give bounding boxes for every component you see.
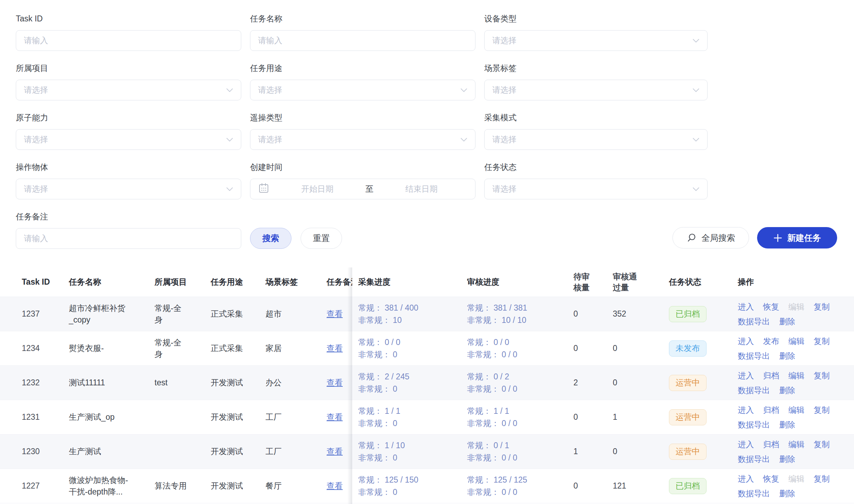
- action-link[interactable]: 复制: [814, 370, 830, 382]
- action-link[interactable]: 数据导出: [738, 488, 770, 499]
- cell-operations: 进入恢复编辑复制数据导出删除: [735, 473, 854, 499]
- action-link[interactable]: 删除: [779, 419, 795, 431]
- filter-field-1: 任务名称请输入: [250, 14, 475, 51]
- action-link[interactable]: 发布: [763, 335, 779, 347]
- col-name: 任务名称: [69, 277, 155, 287]
- action-link[interactable]: 删除: [779, 453, 795, 465]
- filter-select-2[interactable]: 请选择: [484, 30, 708, 51]
- cell-collect-progress: 常规： 0 / 0非常规： 0: [358, 336, 467, 361]
- view-remark-link[interactable]: 查看: [327, 309, 343, 318]
- action-link[interactable]: 复制: [814, 404, 830, 416]
- action-link[interactable]: 编辑: [788, 438, 804, 450]
- filter-select-3[interactable]: 请选择: [16, 80, 241, 100]
- cell-pending-count: 0: [571, 481, 610, 491]
- action-link[interactable]: 进入: [738, 370, 754, 382]
- filter-select-11[interactable]: 请选择: [484, 179, 708, 199]
- cell-task-name: 超市冷鲜柜补货_copy: [69, 303, 155, 326]
- filter-form: Task ID请输入任务名称请输入设备类型请选择所属项目请选择任务用途请选择场景…: [16, 14, 708, 249]
- table-left-body: 1237超市冷鲜柜补货_copy常规-全身正式采集超市查看1234熨烫衣服-常规…: [0, 297, 352, 503]
- filter-select-6[interactable]: 请选择: [16, 129, 241, 150]
- action-link[interactable]: 数据导出: [738, 419, 770, 431]
- action-link[interactable]: 删除: [779, 350, 795, 362]
- action-link[interactable]: 恢复: [763, 473, 779, 485]
- cell-scene: 家居: [265, 343, 322, 354]
- filter-select-9[interactable]: 请选择: [16, 179, 241, 199]
- cell-collect-progress: 常规： 125 / 150非常规： 0: [358, 474, 467, 498]
- action-link[interactable]: 删除: [779, 316, 795, 327]
- filter-input-12[interactable]: 请输入: [16, 228, 241, 249]
- collect-irregular: 非常规： 0: [358, 452, 467, 464]
- collect-regular: 常规： 125 / 150: [358, 474, 467, 486]
- filter-select-8[interactable]: 请选择: [484, 129, 708, 150]
- filter-field-12: 任务备注请输入: [16, 212, 241, 249]
- action-link[interactable]: 进入: [738, 404, 754, 416]
- action-link[interactable]: 复制: [814, 438, 830, 450]
- cell-purpose: 开发测试: [211, 377, 265, 388]
- cell-scene: 工厂: [265, 446, 322, 457]
- action-link[interactable]: 编辑: [788, 370, 804, 382]
- action-link[interactable]: 数据导出: [738, 453, 770, 465]
- table-row-right: 常规： 1 / 1非常规： 0常规： 1 / 1非常规： 0 / 001运营中进…: [352, 400, 854, 435]
- action-link[interactable]: 进入: [738, 335, 754, 347]
- cell-pending-count: 0: [571, 412, 610, 422]
- action-link[interactable]: 数据导出: [738, 384, 770, 396]
- action-link[interactable]: 复制: [814, 473, 830, 485]
- filter-select-7[interactable]: 请选择: [250, 129, 475, 150]
- global-search-button[interactable]: 全局搜索: [672, 227, 749, 248]
- action-link[interactable]: 编辑: [788, 404, 804, 416]
- filter-daterange-10[interactable]: 开始日期至结束日期: [250, 179, 475, 199]
- filter-field-label: 任务名称: [250, 14, 475, 23]
- action-link[interactable]: 复制: [814, 335, 830, 347]
- action-link[interactable]: 归档: [763, 438, 779, 450]
- chevron-down-icon: [460, 135, 467, 144]
- cell-pending-count: 2: [571, 378, 610, 387]
- action-link[interactable]: 编辑: [788, 335, 804, 347]
- action-link[interactable]: 删除: [779, 384, 795, 396]
- status-badge: 运营中: [669, 375, 707, 391]
- action-link[interactable]: 进入: [738, 438, 754, 450]
- table-row-right: 常规： 381 / 400非常规： 10常规： 381 / 381非常规： 10…: [352, 297, 854, 331]
- view-remark-link[interactable]: 查看: [327, 344, 343, 353]
- filter-input-0[interactable]: 请输入: [16, 30, 241, 51]
- action-link[interactable]: 归档: [763, 370, 779, 382]
- view-remark-link[interactable]: 查看: [327, 378, 343, 387]
- view-remark-link[interactable]: 查看: [327, 447, 343, 456]
- cell-operations: 进入归档编辑复制数据导出删除: [735, 370, 854, 396]
- search-button[interactable]: 搜索: [250, 228, 291, 249]
- cell-task-id: 1237: [22, 309, 69, 319]
- cell-remark: 查看: [322, 480, 352, 491]
- filter-select-5[interactable]: 请选择: [484, 80, 708, 100]
- filter-select-4[interactable]: 请选择: [250, 80, 475, 100]
- table-row-left: 1234熨烫衣服-常规-全身正式采集家居查看: [0, 331, 352, 366]
- view-remark-link[interactable]: 查看: [327, 481, 343, 490]
- action-link[interactable]: 恢复: [763, 301, 779, 313]
- col-collect-progress: 采集进度: [358, 277, 467, 287]
- action-link[interactable]: 归档: [763, 404, 779, 416]
- select-placeholder: 请选择: [24, 85, 48, 95]
- date-range-separator: 至: [363, 184, 376, 194]
- action-link[interactable]: 数据导出: [738, 316, 770, 327]
- filter-field-label: 设备类型: [484, 14, 708, 23]
- cell-approved-count: 352: [610, 309, 666, 319]
- filter-input-1[interactable]: 请输入: [250, 30, 475, 51]
- action-link[interactable]: 复制: [814, 301, 830, 313]
- action-link[interactable]: 进入: [738, 473, 754, 485]
- collect-regular: 常规： 1 / 10: [358, 439, 467, 452]
- cell-status: 运营中: [666, 409, 735, 425]
- reset-button[interactable]: 重置: [301, 228, 342, 249]
- select-placeholder: 请选择: [492, 184, 517, 194]
- col-project: 所属项目: [155, 277, 211, 287]
- action-link[interactable]: 删除: [779, 488, 795, 499]
- search-button-label: 搜索: [262, 233, 279, 244]
- view-remark-link[interactable]: 查看: [327, 412, 343, 422]
- action-links: 进入归档编辑复制数据导出删除: [738, 438, 845, 465]
- start-date-placeholder[interactable]: 开始日期: [271, 184, 363, 194]
- action-link[interactable]: 进入: [738, 301, 754, 313]
- cell-project: 常规-全身: [155, 303, 211, 326]
- filter-field-label: 场景标签: [484, 64, 708, 73]
- end-date-placeholder[interactable]: 结束日期: [376, 184, 468, 194]
- action-link[interactable]: 数据导出: [738, 350, 770, 362]
- new-task-button[interactable]: 新建任务: [757, 227, 837, 248]
- chevron-down-icon: [460, 85, 467, 95]
- global-search-label: 全局搜索: [702, 232, 735, 244]
